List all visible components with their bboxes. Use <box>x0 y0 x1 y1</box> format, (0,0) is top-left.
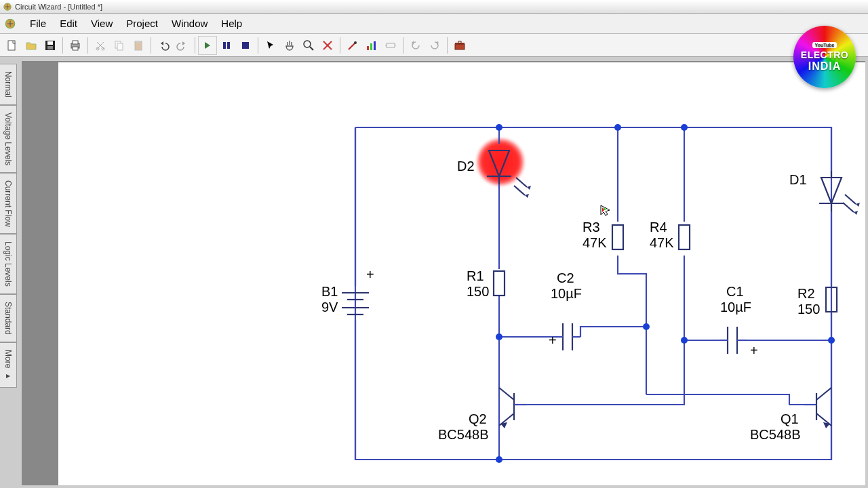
copy-button[interactable] <box>110 36 129 55</box>
capacitor-c2[interactable]: + C2 10µF <box>549 270 582 350</box>
svg-text:D1: D1 <box>789 172 807 187</box>
rotate-right-button[interactable] <box>425 36 444 55</box>
svg-text:R3: R3 <box>583 220 600 235</box>
resistor-r3[interactable]: R3 47K <box>583 220 623 250</box>
svg-text:D2: D2 <box>457 159 475 174</box>
side-tab-current[interactable]: Current Flow <box>0 173 17 235</box>
svg-text:47K: 47K <box>650 235 674 250</box>
svg-rect-41 <box>494 271 505 296</box>
rotate-left-button[interactable] <box>406 36 425 55</box>
zoom-tool[interactable] <box>299 36 318 55</box>
print-button[interactable] <box>66 36 85 55</box>
svg-rect-12 <box>117 43 123 50</box>
svg-text:R2: R2 <box>797 286 815 301</box>
svg-rect-47 <box>612 225 623 249</box>
side-tab-voltage[interactable]: Voltage Levels <box>0 105 17 173</box>
transistor-q1[interactable]: Q1 BC548B <box>750 388 831 442</box>
svg-line-69 <box>499 388 514 400</box>
svg-point-79 <box>496 124 502 131</box>
svg-text:+: + <box>366 267 374 282</box>
svg-text:150: 150 <box>467 284 489 299</box>
component-tool[interactable] <box>381 36 400 55</box>
svg-rect-20 <box>367 46 369 50</box>
svg-text:Q2: Q2 <box>469 411 487 426</box>
svg-point-86 <box>496 456 502 463</box>
svg-rect-24 <box>455 44 465 49</box>
menu-project[interactable]: Project <box>119 15 165 32</box>
svg-rect-7 <box>73 41 78 44</box>
svg-point-84 <box>681 337 688 344</box>
circuit-drawing: + B1 9V D2 <box>58 62 865 488</box>
toolbar-separator <box>62 37 63 54</box>
svg-rect-23 <box>387 43 395 47</box>
svg-text:+: + <box>750 343 758 358</box>
svg-rect-14 <box>136 41 140 43</box>
logo-line2: INDIA <box>808 60 842 73</box>
side-tab-normal[interactable]: Normal <box>0 64 17 105</box>
side-tabs: Normal Voltage Levels Current Flow Logic… <box>0 64 19 388</box>
svg-rect-17 <box>242 42 249 49</box>
menu-window[interactable]: Window <box>165 15 214 32</box>
resistor-r1[interactable]: R1 150 <box>467 268 505 299</box>
paste-button[interactable] <box>129 36 148 55</box>
toolbar-separator <box>151 37 151 54</box>
open-file-button[interactable] <box>22 36 41 55</box>
cut-button[interactable] <box>91 36 110 55</box>
side-tab-standard[interactable]: Standard <box>0 294 17 342</box>
svg-text:10µF: 10µF <box>720 300 751 314</box>
toolbar-separator <box>195 37 195 54</box>
graph-tool[interactable] <box>362 36 381 55</box>
pause-button[interactable] <box>217 36 236 55</box>
svg-text:R1: R1 <box>467 268 484 283</box>
pan-tool[interactable] <box>280 36 299 55</box>
battery-b1[interactable]: + B1 9V <box>321 267 374 314</box>
side-tab-more[interactable]: More ▸ <box>0 342 17 388</box>
menu-file[interactable]: File <box>23 15 53 32</box>
youtube-badge: YouTube <box>812 42 837 48</box>
menu-edit[interactable]: Edit <box>53 15 84 32</box>
new-file-button[interactable] <box>3 36 22 55</box>
capacitor-c1[interactable]: + C1 10µF <box>719 284 758 358</box>
svg-rect-2 <box>8 41 15 50</box>
app-icon <box>3 2 12 12</box>
probe-tool[interactable] <box>343 36 362 55</box>
svg-text:BC548B: BC548B <box>750 427 801 442</box>
svg-text:150: 150 <box>797 302 820 317</box>
transistor-q2[interactable]: Q2 BC548B <box>438 388 526 442</box>
canvas-scroll: + B1 9V D2 <box>22 61 865 485</box>
menu-help[interactable]: Help <box>214 15 249 32</box>
undo-button[interactable] <box>154 36 173 55</box>
led-d2[interactable]: D2 <box>457 150 531 198</box>
svg-text:10µF: 10µF <box>551 286 582 301</box>
logo-line1: ELECTRO <box>801 49 848 60</box>
toolbox-button[interactable] <box>450 36 469 55</box>
toolbar-separator <box>447 37 448 54</box>
svg-rect-15 <box>223 42 226 49</box>
svg-text:Q1: Q1 <box>781 411 799 426</box>
svg-point-80 <box>614 124 621 131</box>
toolbar-separator <box>340 37 340 54</box>
redo-button[interactable] <box>173 36 192 55</box>
workspace: Normal Voltage Levels Current Flow Logic… <box>0 57 868 488</box>
stop-button[interactable] <box>236 36 255 55</box>
menu-view[interactable]: View <box>84 15 119 32</box>
play-button[interactable] <box>198 36 217 55</box>
menu-bar: File Edit View Project Window Help <box>0 14 868 34</box>
svg-text:47K: 47K <box>583 235 607 250</box>
svg-rect-21 <box>370 43 372 50</box>
svg-rect-22 <box>374 41 376 50</box>
title-bar: Circuit Wizard - [Untitled *] <box>0 0 868 14</box>
svg-point-85 <box>828 337 835 344</box>
svg-point-18 <box>304 41 311 47</box>
svg-text:C1: C1 <box>726 284 744 299</box>
led-d1[interactable]: D1 <box>789 171 860 215</box>
save-button[interactable] <box>41 36 60 55</box>
svg-point-81 <box>681 124 688 131</box>
side-tab-logic[interactable]: Logic Levels <box>0 234 17 294</box>
delete-tool[interactable] <box>318 36 337 55</box>
pointer-tool[interactable] <box>261 36 280 55</box>
svg-text:+: + <box>549 333 557 348</box>
schematic-canvas[interactable]: + B1 9V D2 <box>58 62 865 485</box>
resistor-r4[interactable]: R4 47K <box>650 220 690 250</box>
svg-line-75 <box>816 388 831 400</box>
